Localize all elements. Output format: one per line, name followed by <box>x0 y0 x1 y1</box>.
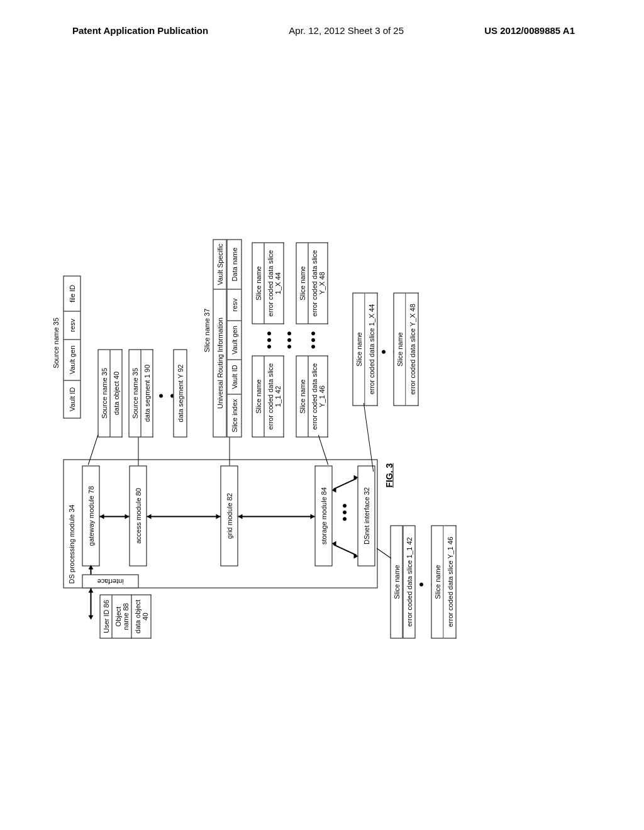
slice-name-uri-header: Universal Routing Information Vault Spec… <box>213 240 227 438</box>
source-block-2: Source name 35 data segment 1 90 <box>129 350 153 438</box>
arrow-access-grid <box>147 516 221 517</box>
out-sn-1: Slice name <box>391 526 403 639</box>
source-name-table: Vault ID Vault gen resv file ID <box>64 276 81 419</box>
dsnet-label: DSnet interface 32 <box>363 487 370 545</box>
sb2-top: Source name 35 <box>129 350 142 438</box>
object-name-box: Object name 88 <box>113 595 132 639</box>
slice-name-table: Slice index Vault ID Vault gen resv Data… <box>227 240 242 438</box>
cell-file-id: file ID <box>64 277 80 311</box>
sy1-name: Slice name <box>296 356 309 438</box>
sy1-data: error coded data slice Y_1 46 <box>309 356 328 438</box>
out-ec-1-1-label: error coded data slice 1_1 42 <box>406 537 413 626</box>
arrowhead <box>89 616 94 620</box>
gateway-label: gateway module 78 <box>87 486 95 546</box>
slice-y-1: Slice name error coded data slice Y_1 46 <box>296 356 328 438</box>
fig-label-text: FIG. 3 <box>384 463 394 488</box>
storage-label: storage module 84 <box>320 487 328 545</box>
arrowhead <box>311 514 315 519</box>
header-right: US 2012/0089885 A1 <box>484 25 575 36</box>
dots-h2: ●●● <box>308 329 318 349</box>
out-sn-yx: Slice name <box>394 293 406 406</box>
user-id-label: User ID 86 <box>103 600 110 633</box>
out-sn-yx-label: Slice name <box>396 332 404 366</box>
figure-label: FIG. 3 <box>384 463 394 488</box>
slice-name-title-text: Slice name 37 <box>203 309 211 353</box>
ds-module-title: DS processing module 34 <box>68 505 75 584</box>
arrowhead <box>147 514 152 519</box>
s1x-data: error coded data slice 1_X 44 <box>265 243 284 324</box>
slice-y-x: Slice name error coded data slice Y_X 48 <box>296 243 328 324</box>
arrowhead <box>125 514 130 519</box>
out-sn-1x-label: Slice name <box>355 332 363 366</box>
gateway-module: gateway module 78 <box>82 466 100 567</box>
out-sn-1x: Slice name <box>353 293 365 406</box>
header-left: Patent Application Publication <box>72 25 208 36</box>
arrowhead <box>354 475 358 480</box>
arrowhead <box>354 554 358 559</box>
cell-data-name: Data name <box>228 240 242 289</box>
out-ec-1-x: error coded data slice 1_X 44 <box>365 293 378 406</box>
grid-module: grid module 82 <box>221 466 238 567</box>
out-ec-y-x: error coded data slice Y_X 48 <box>406 293 419 406</box>
interface-label: interface <box>97 578 123 585</box>
page-header: Patent Application Publication Apr. 12, … <box>0 25 644 36</box>
arrowhead <box>100 514 104 519</box>
s11-name: Slice name <box>252 356 265 438</box>
sb1-top: Source name 35 <box>98 350 111 438</box>
out-ec-y-x-label: error coded data slice Y_X 48 <box>408 304 416 395</box>
sb2-bot: data segment 1 90 <box>142 350 153 438</box>
cell-vault-id2: Vault ID <box>228 360 242 394</box>
seg-y-label: data segment Y 92 <box>177 365 184 423</box>
syx-data: error coded data slice Y_X 48 <box>309 243 328 324</box>
arrowhead <box>332 488 336 493</box>
cell-uri: Universal Routing Information <box>214 289 226 437</box>
cell-vault-gen2: Vault gen <box>228 321 242 360</box>
source-name-title: Source name 35 <box>52 306 60 381</box>
access-module: access module 80 <box>130 466 147 567</box>
grid-label: grid module 82 <box>226 493 233 539</box>
input-stack: User ID 86 Object name 88 data object 40 <box>100 595 152 639</box>
arrowhead <box>238 514 243 519</box>
slice-name-title: Slice name 37 <box>203 299 211 362</box>
cell-resv: resv <box>64 311 80 340</box>
figure-3-diagram: DS processing module 34 interface gatewa… <box>64 101 435 639</box>
source-name-title-text: Source name 35 <box>52 318 60 368</box>
out-ec-y-1: error coded data slice Y_1 46 <box>444 526 457 639</box>
data-segment-y: data segment Y 92 <box>174 350 187 438</box>
source-block-1: Source name 35 data object 40 <box>98 350 123 438</box>
data-object-box: data object 40 <box>132 595 152 639</box>
out-ec-1-x-label: error coded data slice 1_X 44 <box>367 304 375 395</box>
s11-data: error coded data slice 1_1 42 <box>265 356 284 438</box>
out-sn-y1: Slice name <box>431 526 444 639</box>
slice-1-x: Slice name error coded data slice 1_X 44 <box>252 243 284 324</box>
out-sn-y1-label: Slice name <box>434 565 441 599</box>
dots-h1: ●●● <box>264 329 274 349</box>
user-id-box: User ID 86 <box>100 595 113 639</box>
out-ec-1-1: error coded data slice 1_1 42 <box>403 526 416 639</box>
dsnet-interface: DSnet interface 32 <box>358 466 375 567</box>
dots-mid: ●●● <box>284 329 294 349</box>
sb1-bot: data object 40 <box>111 350 123 438</box>
arrowhead <box>89 565 94 570</box>
cell-slice-index: Slice index <box>228 394 242 437</box>
syx-name: Slice name <box>296 243 309 324</box>
cell-vault-id: Vault ID <box>64 380 80 418</box>
arrow-grid-storage <box>238 516 315 517</box>
header-mid: Apr. 12, 2012 Sheet 3 of 25 <box>289 25 404 36</box>
cell-resv2: resv <box>228 289 242 321</box>
data-object-label: data object 40 <box>134 600 149 634</box>
conn-dsnet-out-l <box>377 548 392 559</box>
diagram-container: DS processing module 34 interface gatewa… <box>0 184 518 555</box>
arrowhead <box>332 541 336 546</box>
s1x-name: Slice name <box>252 243 265 324</box>
arrowhead <box>89 589 94 593</box>
storage-module: storage module 84 <box>315 466 333 567</box>
out-sn-1-label: Slice name <box>393 565 401 599</box>
arrowhead <box>216 514 221 519</box>
out-ec-y-1-label: error coded data slice Y_1 46 <box>446 537 453 628</box>
interface-box: interface <box>82 575 139 589</box>
dots-vert: ●●● <box>339 502 349 521</box>
cell-vault-specific: Vault Specific <box>214 240 226 289</box>
object-name-label: Object name 88 <box>114 603 130 630</box>
conn-access-sb2 <box>138 438 139 466</box>
